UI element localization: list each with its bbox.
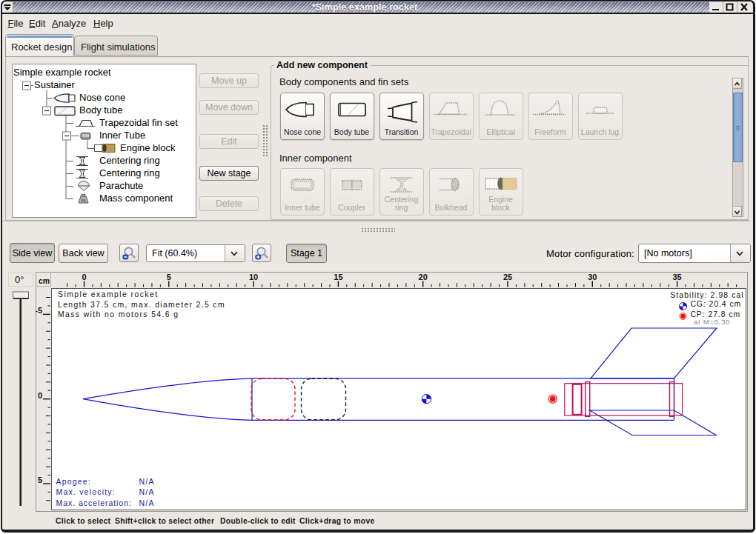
svg-text:CG: 20.4 cm: CG: 20.4 cm xyxy=(690,300,741,308)
svg-text:N/A: N/A xyxy=(139,477,155,486)
svg-text:35: 35 xyxy=(672,273,681,281)
svg-text:Max. velocity:: Max. velocity: xyxy=(56,487,116,496)
svg-text:25: 25 xyxy=(503,273,512,281)
svg-text:Max. acceleration:: Max. acceleration: xyxy=(56,498,132,507)
svg-text:Stability: 2.98 cal: Stability: 2.98 cal xyxy=(670,290,743,298)
svg-text:0: 0 xyxy=(82,273,86,281)
svg-text:Length 37.5 cm, max. diameter: Length 37.5 cm, max. diameter 2.5 cm xyxy=(58,300,225,308)
svg-text:N/A: N/A xyxy=(139,498,155,507)
svg-text:Apogee:: Apogee: xyxy=(56,477,92,486)
svg-text:10: 10 xyxy=(249,273,258,281)
svg-text:kg: kg xyxy=(82,198,86,202)
svg-text:at M=0.30: at M=0.30 xyxy=(694,318,730,326)
svg-text:5: 5 xyxy=(167,273,171,281)
svg-text:5: 5 xyxy=(38,475,42,484)
svg-text:Mass with no motors 54.6 g: Mass with no motors 54.6 g xyxy=(58,310,179,318)
svg-text:15: 15 xyxy=(334,273,342,281)
svg-text:-5: -5 xyxy=(36,306,42,315)
svg-text:0: 0 xyxy=(38,390,42,399)
svg-text:N/A: N/A xyxy=(139,487,155,496)
svg-text:20: 20 xyxy=(419,273,428,281)
svg-text:Simple example rocket: Simple example rocket xyxy=(58,290,159,298)
svg-text:30: 30 xyxy=(588,273,597,281)
